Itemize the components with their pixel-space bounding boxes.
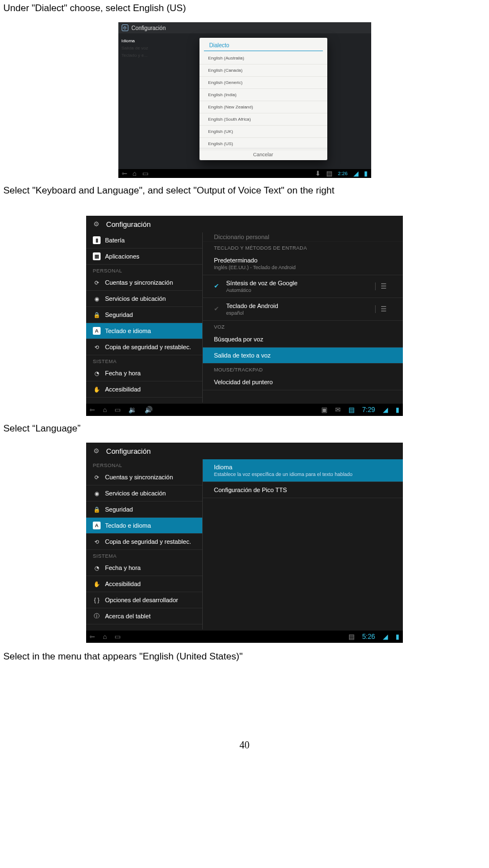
- settings-title: Configuración: [106, 220, 151, 229]
- settings-title: Configuración: [106, 447, 151, 455]
- settings-icon[interactable]: ☰: [375, 282, 392, 290]
- scroll-hint: Diccionario personal: [203, 232, 403, 242]
- category-personal: PERSONAL: [86, 459, 202, 469]
- clock-icon: ◔: [93, 564, 101, 572]
- android-keyboard[interactable]: ✔Teclado de Androidespañol ☰: [203, 298, 403, 321]
- sidebar-item-security[interactable]: 🔒Seguridad: [86, 307, 202, 323]
- wifi-icon: ◢: [383, 633, 388, 641]
- sidebar-item-location[interactable]: ◉Servicios de ubicación: [86, 485, 202, 502]
- hand-icon: ✋: [93, 580, 101, 588]
- cancel-button[interactable]: Cancelar: [199, 148, 327, 160]
- dialect-option[interactable]: English (New Zealand): [199, 101, 327, 113]
- instruction-4: Select in the menu that appears "English…: [0, 651, 489, 667]
- sidebar-item-apps[interactable]: ▦Aplicaciones: [86, 249, 202, 265]
- keyboard-icon: A: [93, 522, 101, 529]
- pointer-speed[interactable]: Velocidad del puntero: [203, 374, 403, 390]
- category-mouse: MOUSE/TRACKPAD: [203, 364, 403, 374]
- sidebar-item-backup[interactable]: ⟲Copia de seguridad y restablec.: [86, 339, 202, 355]
- back-icon[interactable]: ⇽: [89, 633, 95, 641]
- sidebar-item-accounts[interactable]: ⟳Cuentas y sincronización: [86, 469, 202, 485]
- google-tts[interactable]: ✔Síntesis de voz de GoogleAutomático ☰: [203, 275, 403, 298]
- settings-icon[interactable]: ☰: [375, 305, 392, 313]
- sync-icon: ⟳: [93, 473, 101, 481]
- back-icon[interactable]: ⇽: [89, 406, 95, 414]
- backup-icon: ⟲: [93, 538, 101, 545]
- screenshot-language: ⚙ Configuración PERSONAL ⟳Cuentas y sinc…: [86, 443, 403, 643]
- check-icon: ✔: [214, 282, 222, 290]
- recent-icon[interactable]: ▭: [114, 633, 121, 641]
- gear-icon: ⚙: [92, 220, 101, 229]
- dialect-option[interactable]: English (South Africa): [199, 113, 327, 126]
- sidebar-item-faded: Salida de voz: [122, 45, 193, 52]
- sidebar-item-faded: Teclado y e...: [122, 52, 193, 59]
- sidebar-item-developer[interactable]: { }Opciones del desarrollador: [86, 592, 202, 608]
- dialect-dialog: Dialecto English (Australia) English (Ca…: [199, 38, 327, 160]
- sidebar-item-backup[interactable]: ⟲Copia de seguridad y restablec.: [86, 534, 202, 550]
- gear-icon: ⚙: [122, 24, 128, 31]
- dialect-option[interactable]: English (UK): [199, 126, 327, 138]
- settings-sidebar: ▮Batería ▦Aplicaciones PERSONAL ⟳Cuentas…: [86, 232, 203, 403]
- sidebar-item-accounts[interactable]: ⟳Cuentas y sincronización: [86, 275, 202, 291]
- category-system: SISTEMA: [86, 550, 202, 560]
- location-icon: ◉: [93, 295, 101, 302]
- settings-detail: IdiomaEstablece la voz específica de un …: [203, 459, 403, 629]
- back-icon[interactable]: ⇽: [122, 170, 127, 177]
- dialect-option[interactable]: English (Generic): [199, 77, 327, 89]
- keyboard-icon: A: [93, 327, 101, 335]
- sidebar-item-accessibility[interactable]: ✋Accesibilidad: [86, 576, 202, 592]
- settings-detail: Diccionario personal TECLADO Y MÉTODOS D…: [203, 232, 403, 403]
- dialect-option[interactable]: English (India): [199, 89, 327, 101]
- braces-icon: { }: [93, 596, 101, 604]
- sidebar-item-datetime[interactable]: ◔Fecha y hora: [86, 560, 202, 576]
- sd-icon: ▤: [326, 170, 332, 177]
- instruction-2: Select "Keyboard and Language", and sele…: [0, 185, 489, 201]
- sync-icon: ⟳: [93, 279, 101, 286]
- battery-icon: ▮: [364, 170, 368, 177]
- vol-up-icon[interactable]: 🔊: [144, 406, 153, 414]
- screenshot-dialect-dialog: ⚙ Configuración Idioma Salida de voz Tec…: [118, 22, 371, 178]
- category-personal: PERSONAL: [86, 265, 202, 275]
- check-icon: ✔: [214, 305, 222, 313]
- sidebar-item-keyboard-language[interactable]: ATeclado e idioma: [86, 323, 202, 339]
- recent-icon[interactable]: ▭: [142, 170, 148, 177]
- clock-icon: ◔: [93, 369, 101, 377]
- pico-tts-config[interactable]: Configuración de Pico TTS: [203, 482, 403, 498]
- clock: 7:29: [362, 406, 375, 414]
- wifi-icon: ◢: [383, 406, 388, 414]
- location-icon: ◉: [93, 489, 101, 497]
- sidebar-item-about[interactable]: ⓘAcerca del tablet: [86, 608, 202, 624]
- category-voice: VOZ: [203, 321, 403, 331]
- instruction-1: Under "Dialect" choose, select English (…: [0, 2, 489, 19]
- sd-icon: ▤: [348, 406, 355, 414]
- language-setting[interactable]: IdiomaEstablece la voz específica de un …: [203, 459, 403, 482]
- screenshot-keyboard-language: ⚙ Configuración ▮Batería ▦Aplicaciones P…: [86, 216, 403, 416]
- home-icon[interactable]: ⌂: [103, 406, 107, 414]
- sd-icon: ▤: [348, 633, 355, 641]
- dialect-option[interactable]: English (Australia): [199, 52, 327, 65]
- settings-title: Configuración: [132, 25, 166, 31]
- hand-icon: ✋: [93, 385, 101, 393]
- default-keyboard[interactable]: PredeterminadoInglés (EE.UU.) - Teclado …: [203, 252, 403, 275]
- home-icon[interactable]: ⌂: [103, 633, 107, 641]
- backup-icon: ⟲: [93, 343, 101, 351]
- sidebar-item-location[interactable]: ◉Servicios de ubicación: [86, 291, 202, 307]
- mail-icon: ✉: [335, 406, 341, 414]
- picture-icon: ▣: [321, 406, 327, 414]
- sidebar-item-battery[interactable]: ▮Batería: [86, 232, 202, 249]
- vol-down-icon[interactable]: 🔉: [128, 406, 137, 414]
- recent-icon[interactable]: ▭: [114, 406, 121, 414]
- voice-search[interactable]: Búsqueda por voz: [203, 331, 403, 348]
- download-icon: ⬇: [315, 170, 321, 177]
- home-icon[interactable]: ⌂: [133, 170, 137, 177]
- sidebar-item-security[interactable]: 🔒Seguridad: [86, 502, 202, 518]
- dialect-option[interactable]: English (Canada): [199, 65, 327, 77]
- battery-icon: ▮: [93, 236, 101, 244]
- info-icon: ⓘ: [93, 612, 101, 620]
- settings-sidebar: PERSONAL ⟳Cuentas y sincronización ◉Serv…: [86, 459, 203, 629]
- page-number: 40: [0, 740, 489, 762]
- sidebar-item-datetime[interactable]: ◔Fecha y hora: [86, 365, 202, 381]
- text-to-speech-output[interactable]: Salida de texto a voz: [203, 348, 403, 364]
- category-keyboard-methods: TECLADO Y MÉTODOS DE ENTRADA: [203, 242, 403, 252]
- sidebar-item-keyboard-language[interactable]: ATeclado e idioma: [86, 518, 202, 534]
- sidebar-item-accessibility[interactable]: ✋Accesibilidad: [86, 381, 202, 398]
